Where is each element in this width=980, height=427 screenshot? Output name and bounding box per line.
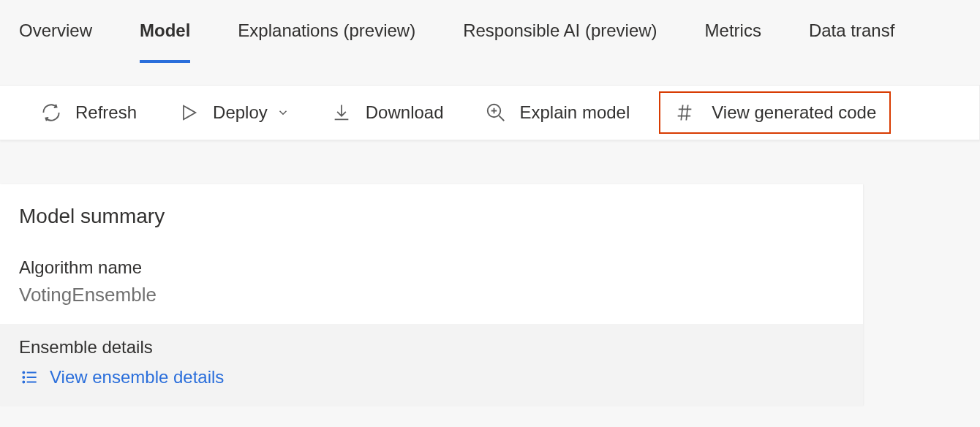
- tab-metrics[interactable]: Metrics: [705, 20, 761, 63]
- explain-model-button[interactable]: Explain model: [485, 102, 630, 124]
- list-icon: [19, 366, 41, 388]
- ensemble-details-label: Ensemble details: [19, 337, 863, 358]
- tab-data-transf[interactable]: Data transf: [809, 20, 894, 63]
- download-button[interactable]: Download: [331, 102, 444, 124]
- deploy-label: Deploy: [213, 102, 268, 123]
- model-summary-card: Model summary Algorithm name VotingEnsem…: [0, 184, 863, 406]
- chevron-down-icon: [276, 106, 290, 119]
- hash-icon: [674, 102, 696, 124]
- download-label: Download: [366, 102, 444, 123]
- play-icon: [178, 102, 200, 124]
- refresh-button[interactable]: Refresh: [40, 102, 137, 124]
- view-generated-code-button[interactable]: View generated code: [659, 91, 891, 134]
- deploy-button[interactable]: Deploy: [178, 102, 290, 124]
- view-ensemble-details-link[interactable]: View ensemble details: [19, 366, 224, 388]
- tab-explanations[interactable]: Explanations (preview): [238, 20, 415, 63]
- tabs-bar: Overview Model Explanations (preview) Re…: [0, 0, 980, 63]
- view-code-label: View generated code: [712, 102, 876, 123]
- tab-model[interactable]: Model: [140, 20, 190, 63]
- download-icon: [331, 102, 353, 124]
- card-title: Model summary: [19, 205, 863, 228]
- svg-point-2: [23, 377, 24, 378]
- explain-label: Explain model: [520, 102, 630, 123]
- tab-overview[interactable]: Overview: [19, 20, 92, 63]
- ensemble-details-section: Ensemble details View ensemble details: [0, 324, 863, 406]
- algorithm-name-value: VotingEnsemble: [19, 284, 863, 306]
- algorithm-name-label: Algorithm name: [19, 257, 863, 278]
- svg-point-3: [23, 382, 24, 383]
- refresh-icon: [40, 102, 62, 124]
- svg-point-1: [23, 372, 24, 374]
- refresh-label: Refresh: [75, 102, 137, 123]
- zoom-in-icon: [485, 102, 507, 124]
- toolbar: Refresh Deploy Download Ex: [0, 85, 980, 140]
- ensemble-link-text: View ensemble details: [50, 367, 224, 388]
- tab-responsible-ai[interactable]: Responsible AI (preview): [463, 20, 657, 63]
